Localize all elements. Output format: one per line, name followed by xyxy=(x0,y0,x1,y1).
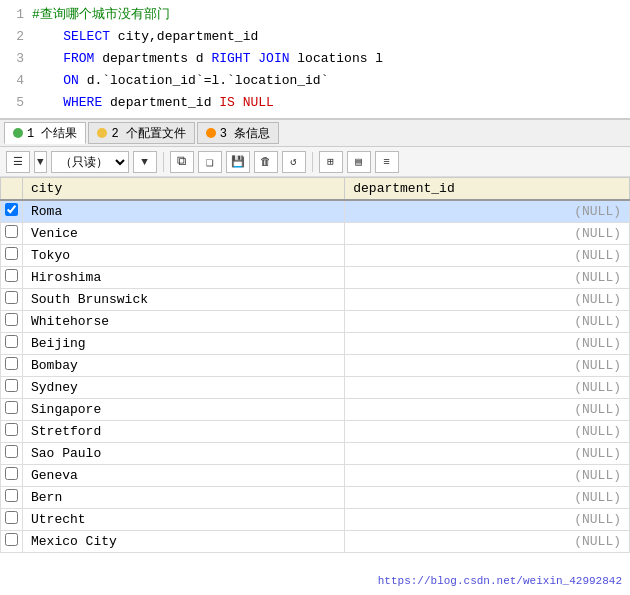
toolbar-view1-btn[interactable]: ⊞ xyxy=(319,151,343,173)
code-token: departments d xyxy=(94,51,211,66)
cell-city-9: Singapore xyxy=(23,399,345,421)
line-number-1: 1 xyxy=(4,4,32,26)
table-row[interactable]: Tokyo(NULL) xyxy=(1,245,630,267)
row-checkbox-13[interactable] xyxy=(1,487,23,509)
table-row[interactable]: Venice(NULL) xyxy=(1,223,630,245)
table-row[interactable]: Beijing(NULL) xyxy=(1,333,630,355)
row-checkbox-3[interactable] xyxy=(1,267,23,289)
table-row[interactable]: Sao Paulo(NULL) xyxy=(1,443,630,465)
table-row[interactable]: Mexico City(NULL) xyxy=(1,531,630,553)
toolbar-delete-btn[interactable]: 🗑 xyxy=(254,151,278,173)
checkbox-input-5[interactable] xyxy=(5,313,18,326)
cell-city-3: Hiroshima xyxy=(23,267,345,289)
table-row[interactable]: Whitehorse(NULL) xyxy=(1,311,630,333)
toolbar-save-btn[interactable]: 💾 xyxy=(226,151,250,173)
row-checkbox-14[interactable] xyxy=(1,509,23,531)
tab-0[interactable]: 1 个结果 xyxy=(4,122,86,144)
checkbox-input-11[interactable] xyxy=(5,445,18,458)
cell-city-8: Sydney xyxy=(23,377,345,399)
toolbar-view3-btn[interactable]: ≡ xyxy=(375,151,399,173)
tab-label-2: 3 条信息 xyxy=(220,125,270,142)
toolbar-sep-2 xyxy=(312,152,313,172)
table-row[interactable]: Singapore(NULL) xyxy=(1,399,630,421)
cell-city-10: Stretford xyxy=(23,421,345,443)
table-row[interactable]: Bombay(NULL) xyxy=(1,355,630,377)
toolbar-view2-btn[interactable]: ▤ xyxy=(347,151,371,173)
toolbar-copy1-btn[interactable]: ⧉ xyxy=(170,151,194,173)
line-content-2[interactable]: SELECT city,department_id xyxy=(32,26,626,48)
table-row[interactable]: Sydney(NULL) xyxy=(1,377,630,399)
line-number-2: 2 xyxy=(4,26,32,48)
checkbox-input-0[interactable] xyxy=(5,203,18,216)
checkbox-input-2[interactable] xyxy=(5,247,18,260)
row-checkbox-4[interactable] xyxy=(1,289,23,311)
checkbox-input-8[interactable] xyxy=(5,379,18,392)
row-checkbox-6[interactable] xyxy=(1,333,23,355)
checkbox-input-9[interactable] xyxy=(5,401,18,414)
cell-dept-10: (NULL) xyxy=(345,421,630,443)
row-checkbox-8[interactable] xyxy=(1,377,23,399)
tab-dot-0 xyxy=(13,128,23,138)
checkbox-input-6[interactable] xyxy=(5,335,18,348)
checkbox-input-12[interactable] xyxy=(5,467,18,480)
cell-dept-0: (NULL) xyxy=(345,200,630,223)
cell-city-7: Bombay xyxy=(23,355,345,377)
toolbar-refresh-btn[interactable]: ↺ xyxy=(282,151,306,173)
checkbox-input-13[interactable] xyxy=(5,489,18,502)
line-content-3[interactable]: FROM departments d RIGHT JOIN locations … xyxy=(32,48,626,70)
line-content-4[interactable]: ON d.`location_id`=l.`location_id` xyxy=(32,70,626,92)
table-row[interactable]: Utrecht(NULL) xyxy=(1,509,630,531)
checkbox-input-4[interactable] xyxy=(5,291,18,304)
table-row[interactable]: Roma(NULL) xyxy=(1,200,630,223)
code-token: #查询哪个城市没有部门 xyxy=(32,7,170,22)
line-number-4: 4 xyxy=(4,70,32,92)
code-token: ON xyxy=(63,73,79,88)
tab-2[interactable]: 3 条信息 xyxy=(197,122,279,144)
col-header-city[interactable]: city xyxy=(23,178,345,201)
table-row[interactable]: Geneva(NULL) xyxy=(1,465,630,487)
col-header-department_id[interactable]: department_id xyxy=(345,178,630,201)
row-checkbox-5[interactable] xyxy=(1,311,23,333)
line-content-5[interactable]: WHERE department_id IS NULL xyxy=(32,92,626,114)
checkbox-input-1[interactable] xyxy=(5,225,18,238)
row-checkbox-15[interactable] xyxy=(1,531,23,553)
line-content-1[interactable]: #查询哪个城市没有部门 xyxy=(32,4,626,26)
cell-dept-15: (NULL) xyxy=(345,531,630,553)
row-checkbox-2[interactable] xyxy=(1,245,23,267)
cell-dept-9: (NULL) xyxy=(345,399,630,421)
delete-icon: 🗑 xyxy=(260,155,271,168)
row-checkbox-10[interactable] xyxy=(1,421,23,443)
table-row[interactable]: Hiroshima(NULL) xyxy=(1,267,630,289)
checkbox-input-7[interactable] xyxy=(5,357,18,370)
toolbar-filter-btn[interactable]: ▼ xyxy=(34,151,47,173)
grid2-icon: ▤ xyxy=(355,155,362,168)
checkbox-input-14[interactable] xyxy=(5,511,18,524)
checkbox-input-15[interactable] xyxy=(5,533,18,546)
code-token xyxy=(32,51,63,66)
code-token: locations l xyxy=(289,51,383,66)
row-checkbox-0[interactable] xyxy=(1,200,23,223)
row-checkbox-7[interactable] xyxy=(1,355,23,377)
cell-city-13: Bern xyxy=(23,487,345,509)
table-row[interactable]: South Brunswick(NULL) xyxy=(1,289,630,311)
result-table-container: citydepartment_id Roma(NULL)Venice(NULL)… xyxy=(0,177,630,595)
grid1-icon: ⊞ xyxy=(327,155,334,168)
row-checkbox-12[interactable] xyxy=(1,465,23,487)
checkbox-input-3[interactable] xyxy=(5,269,18,282)
row-checkbox-1[interactable] xyxy=(1,223,23,245)
row-checkbox-9[interactable] xyxy=(1,399,23,421)
toolbar-menu-btn[interactable]: ☰ xyxy=(6,151,30,173)
col-header-checkbox xyxy=(1,178,23,201)
checkbox-input-10[interactable] xyxy=(5,423,18,436)
cell-dept-4: (NULL) xyxy=(345,289,630,311)
toolbar-copy2-btn[interactable]: ❏ xyxy=(198,151,222,173)
readonly-select[interactable]: （只读） xyxy=(51,151,129,173)
table-row[interactable]: Bern(NULL) xyxy=(1,487,630,509)
cell-city-4: South Brunswick xyxy=(23,289,345,311)
row-checkbox-11[interactable] xyxy=(1,443,23,465)
toolbar-dropdown-btn[interactable]: ▼ xyxy=(133,151,157,173)
code-token: RIGHT JOIN xyxy=(211,51,289,66)
tab-1[interactable]: 2 个配置文件 xyxy=(88,122,194,144)
chevron-down-icon: ▼ xyxy=(141,156,148,168)
table-row[interactable]: Stretford(NULL) xyxy=(1,421,630,443)
